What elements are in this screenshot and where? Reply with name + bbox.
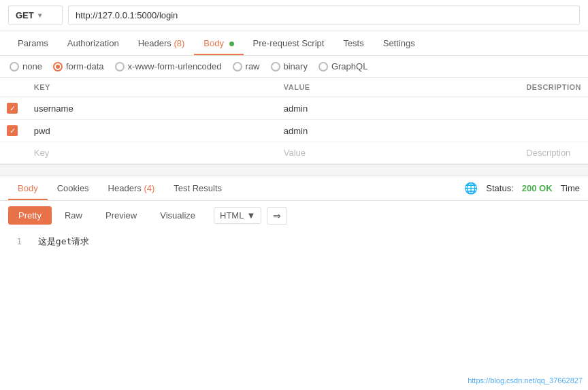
line-content-1: 这是get请求 xyxy=(38,236,89,246)
radio-raw-circle xyxy=(233,62,242,71)
format-label: HTML xyxy=(220,210,244,221)
request-tabs-row: Params Authorization Headers (8) Body Pr… xyxy=(0,31,588,56)
tab-body[interactable]: Body xyxy=(194,31,243,55)
desc-placeholder[interactable]: Description xyxy=(526,148,570,158)
row1-value[interactable]: admin xyxy=(277,97,520,120)
wrap-button[interactable]: ⇒ xyxy=(267,207,287,225)
row2-desc[interactable] xyxy=(519,120,588,142)
url-bar: GET ▼ xyxy=(0,0,588,31)
url-input[interactable] xyxy=(68,5,580,25)
sub-tabs-row: Pretty Raw Preview Visualize HTML ▼ ⇒ xyxy=(0,201,588,230)
radio-binary[interactable]: binary xyxy=(271,61,308,71)
radio-raw[interactable]: raw xyxy=(233,61,260,71)
body-dot xyxy=(229,42,234,46)
col-header-check xyxy=(0,78,27,97)
tab-authorization[interactable]: Authorization xyxy=(58,31,129,55)
table-row: ✓ pwd admin xyxy=(0,120,588,142)
resp-headers-badge: (4) xyxy=(144,183,154,193)
radio-none[interactable]: none xyxy=(10,61,42,71)
col-header-desc: DESCRIPTION xyxy=(519,78,588,97)
section-divider xyxy=(0,164,588,176)
tab-pre-request[interactable]: Pre-request Script xyxy=(244,31,334,55)
row1-checkbox[interactable]: ✓ xyxy=(7,103,18,114)
resp-tab-test-results[interactable]: Test Results xyxy=(164,176,231,200)
tab-headers[interactable]: Headers (8) xyxy=(129,31,195,55)
format-select[interactable]: HTML ▼ xyxy=(214,207,261,224)
method-select[interactable]: GET ▼ xyxy=(8,5,63,25)
sub-tab-visualize[interactable]: Visualize xyxy=(150,206,206,225)
wrap-icon: ⇒ xyxy=(273,210,281,221)
row2-checkbox[interactable]: ✓ xyxy=(7,125,18,136)
globe-icon: 🌐 xyxy=(464,182,478,195)
tab-tests[interactable]: Tests xyxy=(333,31,373,55)
radio-form-data[interactable]: form-data xyxy=(53,61,104,71)
row1-desc[interactable] xyxy=(519,97,588,120)
radio-graphql-circle xyxy=(318,62,328,71)
sub-tab-preview[interactable]: Preview xyxy=(95,206,147,225)
sub-tab-raw[interactable]: Raw xyxy=(54,206,93,225)
format-chevron: ▼ xyxy=(246,210,255,221)
col-header-value: VALUE xyxy=(277,78,520,97)
resp-tab-headers[interactable]: Headers (4) xyxy=(99,176,165,200)
kv-table: KEY VALUE DESCRIPTION ✓ username admin ✓… xyxy=(0,78,588,164)
status-label: Status: xyxy=(486,183,513,193)
col-header-key: KEY xyxy=(27,78,277,97)
response-tabs-row: Body Cookies Headers (4) Test Results 🌐 … xyxy=(0,176,588,201)
radio-urlencoded[interactable]: x-www-form-urlencoded xyxy=(115,61,222,71)
row2-key[interactable]: pwd xyxy=(27,120,277,142)
resp-tab-body[interactable]: Body xyxy=(8,176,48,200)
headers-badge: (8) xyxy=(174,38,184,48)
value-placeholder[interactable]: Value xyxy=(284,148,306,158)
line-number-1: 1 xyxy=(8,236,22,246)
row1-key[interactable]: username xyxy=(27,97,277,120)
radio-form-data-circle xyxy=(53,62,63,71)
time-label: Time xyxy=(561,183,580,193)
response-body: 1 这是get请求 xyxy=(0,230,588,253)
method-label: GET xyxy=(16,10,34,20)
radio-none-circle xyxy=(10,62,19,71)
radio-binary-circle xyxy=(271,62,280,71)
method-chevron: ▼ xyxy=(37,12,44,19)
row2-value[interactable]: admin xyxy=(277,120,520,142)
sub-tab-pretty[interactable]: Pretty xyxy=(8,206,52,225)
radio-graphql[interactable]: GraphQL xyxy=(318,61,368,71)
radio-urlencoded-circle xyxy=(115,62,125,71)
key-placeholder[interactable]: Key xyxy=(34,148,49,158)
body-types-row: none form-data x-www-form-urlencoded raw… xyxy=(0,56,588,78)
resp-tab-cookies[interactable]: Cookies xyxy=(48,176,99,200)
response-section: Body Cookies Headers (4) Test Results 🌐 … xyxy=(0,176,588,253)
status-value: 200 OK xyxy=(522,183,553,193)
tab-settings[interactable]: Settings xyxy=(374,31,425,55)
tab-params[interactable]: Params xyxy=(8,31,58,55)
table-row-empty: Key Value Description xyxy=(0,142,588,164)
response-status-area: 🌐 Status: 200 OK Time xyxy=(464,182,580,195)
table-row: ✓ username admin xyxy=(0,97,588,120)
